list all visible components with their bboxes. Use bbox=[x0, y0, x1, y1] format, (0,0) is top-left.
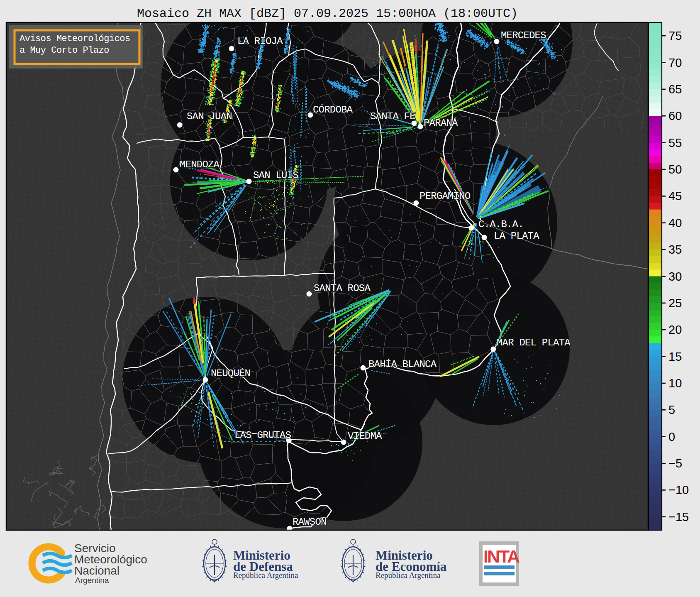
svg-text:65: 65 bbox=[668, 83, 682, 96]
svg-text:45: 45 bbox=[668, 189, 682, 203]
svg-text:−5: −5 bbox=[668, 457, 682, 470]
svg-text:Argentina: Argentina bbox=[75, 576, 109, 585]
svg-text:República Argentina: República Argentina bbox=[233, 571, 298, 580]
svg-text:Mosaico ZH MAX [dBZ] 07.09.202: Mosaico ZH MAX [dBZ] 07.09.2025 15:00HOA… bbox=[137, 7, 518, 21]
svg-text:LAS GRUTAS: LAS GRUTAS bbox=[234, 430, 291, 441]
svg-text:55: 55 bbox=[668, 136, 682, 149]
svg-text:BAHÍA BLANCA: BAHÍA BLANCA bbox=[368, 359, 437, 370]
svg-text:RAWSON: RAWSON bbox=[293, 516, 327, 528]
svg-text:C.A.B.A.: C.A.B.A. bbox=[478, 219, 524, 230]
svg-text:10: 10 bbox=[668, 377, 682, 390]
svg-text:República Argentina: República Argentina bbox=[376, 571, 441, 580]
svg-text:a Muy Corto Plazo: a Muy Corto Plazo bbox=[20, 45, 109, 56]
svg-text:INTA: INTA bbox=[483, 546, 520, 566]
svg-text:50: 50 bbox=[668, 163, 682, 176]
svg-text:VIEDMA: VIEDMA bbox=[348, 431, 382, 442]
svg-text:SANTA FE: SANTA FE bbox=[370, 111, 415, 122]
svg-text:SANTA ROSA: SANTA ROSA bbox=[314, 283, 371, 294]
svg-text:70: 70 bbox=[668, 56, 682, 69]
svg-text:LA RIOJA: LA RIOJA bbox=[237, 36, 283, 47]
svg-text:40: 40 bbox=[668, 216, 682, 230]
svg-text:Avisos Meteorológicos: Avisos Meteorológicos bbox=[20, 34, 130, 44]
svg-text:LA PLATA: LA PLATA bbox=[494, 230, 539, 242]
svg-text:NEUQUÉN: NEUQUÉN bbox=[211, 368, 250, 379]
svg-text:5: 5 bbox=[668, 403, 675, 416]
svg-text:20: 20 bbox=[668, 323, 682, 336]
svg-text:25: 25 bbox=[668, 296, 682, 310]
svg-text:MERCEDES: MERCEDES bbox=[501, 30, 546, 41]
svg-text:−15: −15 bbox=[668, 510, 689, 524]
svg-text:Nacional: Nacional bbox=[74, 564, 120, 577]
svg-text:30: 30 bbox=[668, 270, 682, 283]
svg-text:60: 60 bbox=[668, 109, 682, 122]
svg-text:CÓRDOBA: CÓRDOBA bbox=[313, 104, 353, 115]
svg-text:MAR DEL PLATA: MAR DEL PLATA bbox=[497, 337, 571, 348]
svg-text:PERGAMINO: PERGAMINO bbox=[420, 191, 471, 202]
svg-text:15: 15 bbox=[668, 350, 682, 363]
svg-text:PARANÁ: PARANÁ bbox=[424, 117, 458, 129]
svg-text:SAN JUAN: SAN JUAN bbox=[187, 111, 232, 122]
svg-text:0: 0 bbox=[668, 430, 675, 443]
svg-text:MENDOZA: MENDOZA bbox=[180, 159, 220, 170]
svg-text:−10: −10 bbox=[668, 483, 689, 497]
svg-text:SAN LUIS: SAN LUIS bbox=[253, 170, 298, 181]
svg-text:35: 35 bbox=[668, 243, 682, 256]
svg-text:75: 75 bbox=[668, 29, 682, 42]
